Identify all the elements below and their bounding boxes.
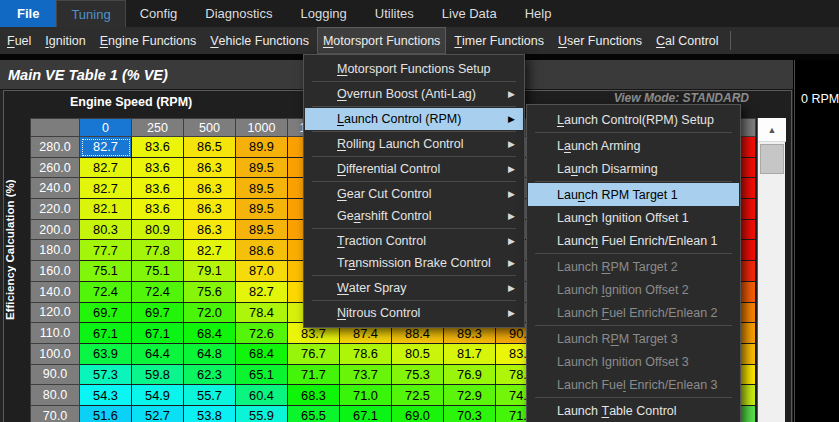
row-header[interactable]: 80.0 [30, 385, 80, 406]
menu-engine-functions[interactable]: Engine Functions [94, 27, 203, 54]
menu-fuel[interactable]: Fuel [1, 27, 37, 54]
col-header[interactable]: 1000 [236, 118, 288, 137]
menuitem-launch-control-rpm[interactable]: Launch Control (RPM)▶ [305, 108, 523, 130]
row-header[interactable]: 70.0 [30, 406, 80, 422]
ve-cell[interactable]: 65.5 [288, 406, 340, 422]
ve-cell[interactable]: 75.1 [80, 261, 132, 282]
ve-cell[interactable]: 72.4 [80, 282, 132, 303]
ve-cell[interactable]: 76.7 [288, 344, 340, 365]
ve-cell[interactable]: 59.8 [132, 365, 184, 386]
ve-cell[interactable]: 72.5 [392, 385, 444, 406]
ve-cell[interactable]: 72.4 [132, 282, 184, 303]
ve-cell[interactable]: 82.1 [80, 199, 132, 220]
ve-cell[interactable]: 83.6 [132, 137, 184, 158]
ve-cell[interactable]: 54.9 [132, 385, 184, 406]
ve-cell[interactable]: 72.6 [236, 323, 288, 344]
ve-cell[interactable]: 55.9 [236, 406, 288, 422]
ve-cell[interactable]: 68.3 [288, 385, 340, 406]
ve-cell[interactable]: 82.7 [80, 178, 132, 199]
ve-cell[interactable]: 89.9 [236, 137, 288, 158]
ve-cell[interactable]: 89.5 [236, 158, 288, 179]
ve-cell[interactable]: 71.7 [288, 365, 340, 386]
ve-cell[interactable]: 82.7 [236, 282, 288, 303]
ve-cell[interactable]: 57.3 [80, 365, 132, 386]
ve-cell[interactable]: 53.8 [184, 406, 236, 422]
menuitem-overrun-boost-anti-lag[interactable]: Overrun Boost (Anti-Lag)▶ [305, 83, 523, 105]
row-header[interactable]: 100.0 [30, 344, 80, 365]
ve-cell[interactable]: 80.3 [80, 220, 132, 241]
ve-cell[interactable]: 80.9 [132, 220, 184, 241]
ve-cell[interactable]: 86.3 [184, 199, 236, 220]
row-header[interactable]: 220.0 [30, 199, 80, 220]
menuitem-launch-rpm-target-1[interactable]: Launch RPM Target 1 [528, 183, 739, 206]
menuitem-launch-control-rpm-setup[interactable]: Launch Control(RPM) Setup [528, 108, 739, 131]
menu-tuning[interactable]: Tuning [56, 0, 125, 27]
menuitem-motorsport-functions-setup[interactable]: Motorsport Functions Setup [305, 58, 523, 80]
row-header[interactable]: 260.0 [30, 158, 80, 179]
ve-cell[interactable]: 69.7 [132, 303, 184, 324]
row-header[interactable]: 200.0 [30, 220, 80, 241]
menu-file[interactable]: File [0, 0, 56, 27]
ve-cell[interactable]: 73.7 [340, 365, 392, 386]
ve-cell[interactable]: 76.9 [444, 365, 496, 386]
ve-cell[interactable]: 87.0 [236, 261, 288, 282]
ve-cell[interactable]: 89.5 [236, 220, 288, 241]
menuitem-gearshift-control[interactable]: Gearshift Control▶ [305, 205, 523, 227]
ve-cell[interactable]: 83.6 [132, 158, 184, 179]
row-header[interactable]: 140.0 [30, 282, 80, 303]
menuitem-rolling-launch-control[interactable]: Rolling Launch Control▶ [305, 133, 523, 155]
menu-utilites[interactable]: Utilites [361, 0, 428, 27]
ve-cell[interactable]: 82.7 [80, 137, 132, 158]
ve-cell[interactable]: 54.3 [80, 385, 132, 406]
row-header[interactable]: 110.0 [30, 323, 80, 344]
ve-cell[interactable]: 63.9 [80, 344, 132, 365]
ve-cell[interactable]: 86.5 [184, 137, 236, 158]
ve-cell[interactable]: 70.3 [444, 406, 496, 422]
ve-cell[interactable]: 83.6 [132, 199, 184, 220]
menu-user-functions[interactable]: User Functions [552, 27, 648, 54]
ve-cell[interactable]: 89.5 [236, 178, 288, 199]
menuitem-launch-ignition-offset-1[interactable]: Launch Ignition Offset 1 [528, 206, 739, 229]
ve-cell[interactable]: 82.7 [80, 158, 132, 179]
ve-cell[interactable]: 75.3 [392, 365, 444, 386]
ve-cell[interactable]: 55.7 [184, 385, 236, 406]
ve-cell[interactable]: 64.8 [184, 344, 236, 365]
col-header[interactable]: 500 [184, 118, 236, 137]
ve-cell[interactable]: 71.0 [340, 385, 392, 406]
menuitem-launch-arming[interactable]: Launch Arming [528, 134, 739, 157]
ve-cell[interactable]: 67.1 [80, 323, 132, 344]
vertical-scrollbar[interactable]: ▲ [757, 118, 785, 422]
menuitem-launch-disarming[interactable]: Launch Disarming [528, 157, 739, 180]
menu-timer-functions[interactable]: Timer Functions [448, 27, 550, 54]
ve-cell[interactable]: 52.7 [132, 406, 184, 422]
ve-cell[interactable]: 69.7 [80, 303, 132, 324]
ve-cell[interactable]: 80.5 [392, 344, 444, 365]
menuitem-water-spray[interactable]: Water Spray▶ [305, 277, 523, 299]
menuitem-transmission-brake-control[interactable]: Transmission Brake Control▶ [305, 252, 523, 274]
menu-ignition[interactable]: Ignition [39, 27, 91, 54]
ve-cell[interactable]: 75.1 [132, 261, 184, 282]
menu-logging[interactable]: Logging [286, 0, 360, 27]
ve-cell[interactable]: 79.1 [184, 261, 236, 282]
menuitem-traction-control[interactable]: Traction Control▶ [305, 230, 523, 252]
row-header[interactable]: 240.0 [30, 178, 80, 199]
ve-cell[interactable]: 68.4 [184, 323, 236, 344]
ve-cell[interactable]: 51.6 [80, 406, 132, 422]
ve-cell[interactable]: 72.9 [444, 385, 496, 406]
ve-cell[interactable]: 89.5 [236, 199, 288, 220]
menu-cal-control[interactable]: Cal Control [650, 27, 725, 54]
col-header[interactable]: 250 [132, 118, 184, 137]
row-header[interactable]: 90.0 [30, 365, 80, 386]
row-header[interactable]: 180.0 [30, 240, 80, 261]
col-header[interactable]: 0 [80, 118, 132, 137]
row-header[interactable]: 120.0 [30, 303, 80, 324]
row-header[interactable]: 160.0 [30, 261, 80, 282]
menu-vehicle-functions[interactable]: Vehicle Functions [204, 27, 315, 54]
ve-cell[interactable]: 72.0 [184, 303, 236, 324]
ve-cell[interactable]: 78.6 [340, 344, 392, 365]
ve-cell[interactable]: 86.3 [184, 220, 236, 241]
menu-help[interactable]: Help [511, 0, 566, 27]
menu-motorsport-functions[interactable]: Motorsport Functions [317, 27, 446, 54]
menu-live-data[interactable]: Live Data [428, 0, 511, 27]
ve-cell[interactable]: 64.4 [132, 344, 184, 365]
